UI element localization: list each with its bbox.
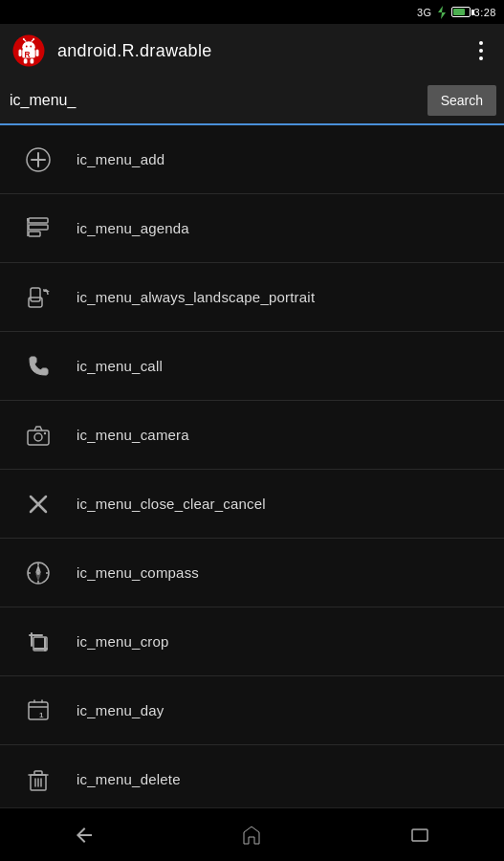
home-icon	[240, 824, 263, 847]
back-icon	[73, 824, 96, 847]
item-icon-compass	[15, 550, 61, 596]
recents-icon	[408, 824, 431, 847]
app-logo: R	[11, 33, 46, 68]
network-indicator: 3G	[417, 7, 432, 18]
svg-rect-23	[31, 288, 40, 301]
list-item[interactable]: ic_menu_crop	[0, 607, 504, 676]
svg-point-27	[34, 433, 42, 441]
svg-rect-44	[29, 702, 48, 719]
day-icon: 1	[25, 697, 52, 724]
agenda-icon	[25, 215, 52, 242]
item-label: ic_menu_always_landscape_portrait	[77, 289, 315, 305]
svg-rect-51	[34, 771, 42, 775]
search-bar: Search	[0, 77, 504, 125]
back-button[interactable]	[55, 816, 113, 854]
close-icon	[25, 491, 52, 518]
svg-rect-18	[29, 218, 48, 223]
svg-rect-4	[19, 50, 22, 57]
list-item[interactable]: ic_menu_delete	[0, 745, 504, 807]
svg-rect-5	[36, 50, 39, 57]
svg-rect-7	[31, 58, 34, 63]
recents-button[interactable]	[391, 816, 449, 854]
rotate-icon	[25, 284, 52, 311]
add-icon	[25, 146, 52, 173]
item-label: ic_menu_add	[77, 151, 164, 167]
item-icon-camera	[15, 412, 61, 458]
item-icon-agenda	[15, 206, 61, 252]
item-label: ic_menu_camera	[77, 427, 189, 443]
list-item[interactable]: ic_menu_compass	[0, 539, 504, 607]
list-item[interactable]: ic_menu_always_landscape_portrait	[0, 263, 504, 332]
item-icon-day: 1	[15, 688, 61, 734]
item-label: ic_menu_day	[77, 702, 164, 718]
call-icon	[25, 353, 52, 380]
svg-point-11	[23, 38, 25, 40]
home-button[interactable]	[223, 816, 280, 854]
svg-rect-6	[24, 58, 28, 63]
search-button[interactable]: Search	[427, 85, 496, 116]
overflow-dot	[479, 56, 483, 60]
overflow-dot	[479, 41, 483, 45]
app-title: android.R.drawable	[57, 41, 458, 61]
drawable-list: ic_menu_add ic_menu_agenda ic_menu_alway…	[0, 125, 504, 807]
list-item[interactable]: ic_menu_add	[0, 125, 504, 194]
item-label: ic_menu_agenda	[77, 220, 189, 236]
svg-text:R: R	[25, 51, 31, 59]
list-item[interactable]: ic_menu_close_clear_cancel	[0, 470, 504, 539]
crop-icon	[25, 629, 52, 655]
list-item[interactable]: ic_menu_agenda	[0, 194, 504, 263]
app-bar: R android.R.drawable	[0, 24, 504, 77]
search-input[interactable]	[8, 88, 420, 113]
svg-point-28	[44, 431, 46, 433]
list-item[interactable]: ic_menu_call	[0, 332, 504, 401]
item-icon-rotate	[15, 275, 61, 320]
svg-rect-20	[29, 232, 40, 236]
svg-point-13	[33, 38, 34, 40]
charging-icon	[436, 6, 448, 19]
item-label: ic_menu_compass	[77, 564, 199, 581]
navigation-bar	[0, 807, 504, 861]
item-icon-crop	[15, 619, 61, 665]
item-icon-call	[15, 343, 61, 389]
item-icon-delete	[15, 757, 61, 803]
item-icon-add	[15, 137, 61, 183]
list-item[interactable]: ic_menu_camera	[0, 401, 504, 470]
item-label: ic_menu_delete	[77, 771, 181, 787]
svg-rect-19	[29, 225, 48, 230]
overflow-dot	[479, 49, 483, 53]
item-icon-close	[15, 481, 61, 527]
svg-point-8	[26, 46, 28, 48]
item-label: ic_menu_call	[77, 358, 163, 374]
status-icons	[436, 6, 471, 19]
svg-text:1: 1	[39, 711, 44, 719]
status-bar: 3G 3:28	[0, 0, 504, 24]
svg-rect-55	[412, 829, 427, 841]
battery-icon	[451, 7, 471, 17]
svg-point-9	[30, 46, 32, 48]
item-label: ic_menu_crop	[77, 633, 169, 650]
svg-point-34	[36, 571, 40, 575]
item-label: ic_menu_close_clear_cancel	[77, 496, 266, 512]
compass-icon	[25, 560, 52, 586]
camera-icon	[25, 422, 52, 449]
clock: 3:28	[474, 7, 496, 18]
overflow-menu-button[interactable]	[470, 39, 493, 62]
list-item[interactable]: 1 ic_menu_day	[0, 676, 504, 745]
delete-icon	[25, 766, 52, 793]
svg-marker-0	[438, 6, 446, 19]
